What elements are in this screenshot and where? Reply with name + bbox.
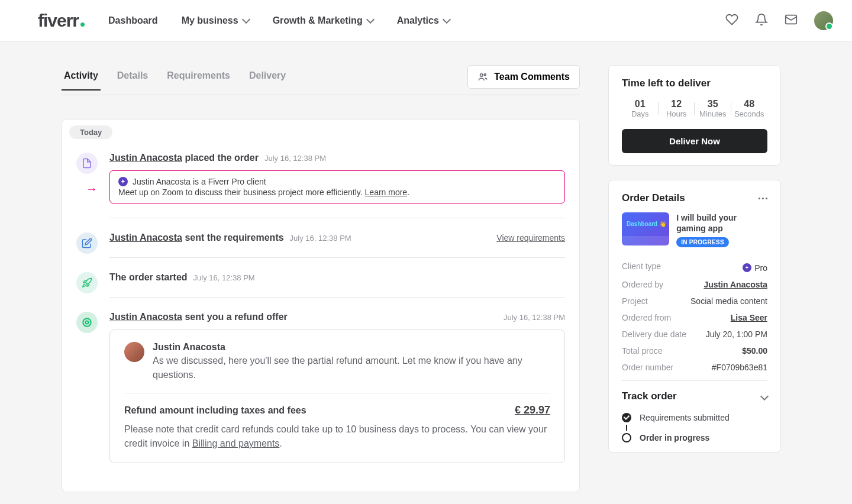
pro-badge-icon: ✦ (118, 177, 128, 186)
favorites-icon[interactable] (725, 13, 738, 28)
chevron-down-icon (443, 15, 451, 23)
tabs-row: Activity Details Requirements Delivery T… (62, 65, 580, 95)
sender-name: Justin Anacosta (153, 342, 550, 353)
nav-my-business[interactable]: My business (182, 15, 249, 26)
gig-thumbnail (622, 212, 669, 245)
nav-growth-marketing[interactable]: Growth & Marketing (273, 15, 373, 26)
countdown-card: Time left to deliver 01Days 12Hours 35Mi… (608, 65, 781, 166)
user-avatar[interactable] (814, 11, 833, 30)
order-details-heading: Order Details (622, 192, 685, 204)
chevron-down-icon (366, 15, 375, 23)
activity-timestamp: July 16, 12:38 PM (264, 154, 326, 163)
activity-item-refund: Justin Anacosta sent you a refund offer … (76, 312, 565, 477)
team-icon (477, 72, 488, 82)
tab-delivery[interactable]: Delivery (247, 70, 288, 91)
gig-title: I will build your gaming app (676, 212, 767, 234)
order-detail-rows: Client type✦Pro Ordered byJustin Anacost… (622, 258, 767, 376)
activity-timestamp: July 16, 12:38 PM (193, 273, 255, 282)
rocket-icon (76, 272, 98, 293)
tab-details[interactable]: Details (115, 70, 150, 91)
tabs: Activity Details Requirements Delivery (62, 70, 288, 90)
messages-icon[interactable] (785, 13, 798, 28)
pro-badge-icon: ✦ (743, 263, 751, 272)
svg-point-4 (86, 321, 89, 324)
file-icon (76, 153, 98, 174)
notifications-icon[interactable] (755, 13, 768, 28)
topbar: fiverr Dashboard My business Growth & Ma… (0, 0, 852, 41)
countdown-heading: Time left to deliver (622, 77, 767, 89)
refund-icon (76, 312, 98, 333)
activity-title: Justin Anacosta placed the order (109, 153, 259, 163)
gig-summary: I will build your gaming app IN PROGRESS (622, 212, 767, 247)
countdown-timer: 01Days 12Hours 35Minutes 48Seconds (622, 99, 767, 118)
step-pending-icon (622, 433, 631, 442)
ordered-from-link[interactable]: Lisa Seer (731, 313, 767, 322)
activity-title: The order started (109, 272, 188, 283)
activity-timestamp: July 16, 12:38 PM (504, 313, 565, 322)
pro-client-banner: ✦Justin Anacosta is a Fiverr Pro client … (109, 170, 565, 203)
team-comments-button[interactable]: Team Comments (467, 65, 580, 89)
pencil-icon (76, 232, 98, 254)
fiverr-logo[interactable]: fiverr (38, 11, 85, 31)
nav-dashboard[interactable]: Dashboard (108, 15, 158, 26)
activity-card: Today Justin Anacosta placed the order J… (62, 119, 580, 492)
more-menu-icon[interactable] (759, 198, 767, 199)
learn-more-link[interactable]: Learn more (365, 188, 408, 197)
today-chip: Today (69, 125, 112, 139)
activity-item-started: The order started July 16, 12:38 PM (76, 272, 565, 312)
main-column: Activity Details Requirements Delivery T… (62, 65, 580, 492)
activity-item-placed: Justin Anacosta placed the order July 16… (76, 153, 565, 232)
svg-point-3 (83, 318, 91, 326)
deliver-now-button[interactable]: Deliver Now (622, 129, 767, 153)
chevron-down-icon (760, 392, 769, 400)
pro-banner-wrapper: → ✦Justin Anacosta is a Fiverr Pro clien… (109, 170, 565, 203)
refund-message: As we discussed, here you'll see the par… (153, 354, 550, 382)
view-requirements-link[interactable]: View requirements (496, 233, 565, 243)
ordered-by-link[interactable]: Justin Anacosta (703, 280, 767, 289)
step-done-icon (622, 413, 631, 422)
track-order-steps: Requirements submitted Order in progress (622, 411, 767, 445)
refund-note: Please note that credit card refunds cou… (124, 422, 550, 451)
activity-title: Justin Anacosta sent you a refund offer (109, 312, 288, 322)
refund-offer-card: Justin Anacosta As we discussed, here yo… (109, 329, 565, 463)
tab-activity[interactable]: Activity (62, 70, 101, 91)
page-body: Activity Details Requirements Delivery T… (0, 41, 852, 504)
left-nav: fiverr Dashboard My business Growth & Ma… (38, 11, 450, 31)
order-status-badge: IN PROGRESS (676, 237, 729, 247)
activity-title: Justin Anacosta sent the requirements (109, 232, 284, 243)
side-column: Time left to deliver 01Days 12Hours 35Mi… (608, 65, 781, 467)
sender-avatar (124, 342, 144, 362)
nav-analytics[interactable]: Analytics (397, 15, 450, 26)
svg-point-1 (480, 74, 483, 77)
chevron-down-icon (242, 15, 250, 23)
refund-amount-label: Refund amount including taxes and fees (124, 405, 306, 416)
activity-item-requirements: Justin Anacosta sent the requirements Ju… (76, 232, 565, 272)
track-order-toggle[interactable]: Track order (622, 380, 767, 402)
billing-payments-link[interactable]: Billing and payments (192, 438, 280, 448)
right-nav (725, 11, 833, 30)
tab-requirements[interactable]: Requirements (164, 70, 233, 91)
order-details-card: Order Details I will build your gaming a… (608, 180, 781, 453)
activity-timestamp: July 16, 12:38 PM (290, 234, 351, 243)
refund-amount-value[interactable]: € 29.97 (515, 404, 550, 416)
arrow-right-icon: → (86, 182, 98, 196)
svg-point-2 (485, 74, 486, 76)
